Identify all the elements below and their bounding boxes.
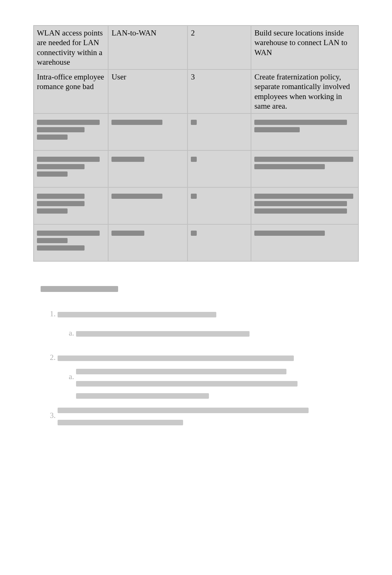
cell-domain: LAN-to-WAN xyxy=(108,25,188,69)
question-item xyxy=(58,306,351,341)
answer-item xyxy=(76,325,351,341)
table-row-redacted xyxy=(34,150,358,187)
redacted-cell xyxy=(108,150,188,187)
redacted-cell xyxy=(34,224,108,261)
cell-risk: Intra-office employee romance gone bad xyxy=(34,69,108,113)
redacted-cell xyxy=(108,113,188,150)
redacted-cell xyxy=(251,224,358,261)
question-item xyxy=(58,350,351,399)
risk-table-region: WLAN access points are needed for LAN co… xyxy=(33,25,359,262)
table-row: WLAN access points are needed for LAN co… xyxy=(34,25,358,69)
table-row-redacted xyxy=(34,113,358,150)
redacted-cell xyxy=(34,187,108,224)
answer-item xyxy=(76,369,351,399)
redacted-cell xyxy=(108,187,188,224)
questions-heading-redacted xyxy=(41,284,351,299)
redacted-cell xyxy=(251,150,358,187)
cell-impact: 2 xyxy=(188,25,251,69)
cell-mitigation: Create fraternization policy, separate r… xyxy=(251,69,358,113)
question-item xyxy=(58,408,351,425)
assessment-questions xyxy=(41,284,351,425)
redacted-cell xyxy=(34,150,108,187)
cell-impact: 3 xyxy=(188,69,251,113)
table-row-redacted xyxy=(34,224,358,261)
redacted-cell xyxy=(188,113,251,150)
question-list xyxy=(41,306,351,425)
cell-domain: User xyxy=(108,69,188,113)
redacted-cell xyxy=(251,113,358,150)
redacted-cell xyxy=(188,224,251,261)
table-row-redacted xyxy=(34,187,358,224)
redacted-cell xyxy=(34,113,108,150)
table-row: Intra-office employee romance gone bad U… xyxy=(34,69,358,113)
redacted-cell xyxy=(108,224,188,261)
redacted-cell xyxy=(188,150,251,187)
cell-mitigation: Build secure locations inside warehouse … xyxy=(251,25,358,69)
redacted-cell xyxy=(188,187,251,224)
risk-table: WLAN access points are needed for LAN co… xyxy=(33,25,359,262)
cell-risk: WLAN access points are needed for LAN co… xyxy=(34,25,108,69)
redacted-cell xyxy=(251,187,358,224)
